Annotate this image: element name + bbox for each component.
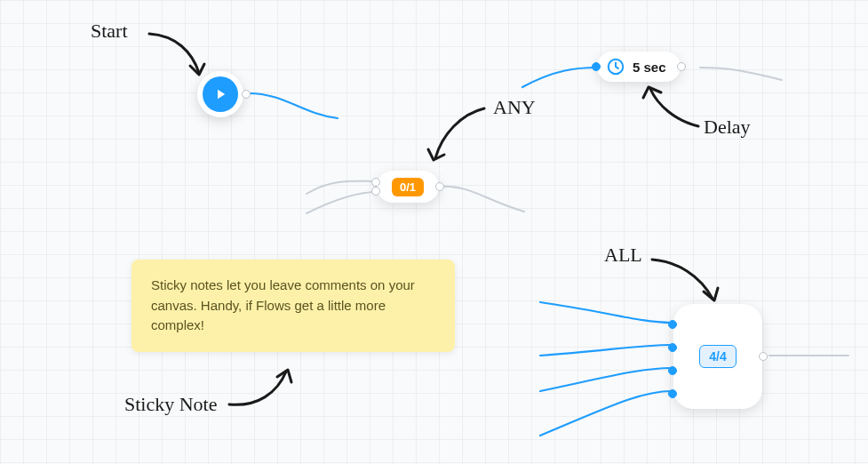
- any-label: ANY: [493, 96, 536, 119]
- all-gate-node[interactable]: 4/4: [673, 304, 762, 409]
- start-label: Start: [91, 20, 128, 43]
- delay-node[interactable]: 5 sec: [597, 52, 681, 82]
- any-gate-node[interactable]: 0/1: [377, 171, 439, 203]
- input-port[interactable]: [371, 187, 380, 196]
- input-port[interactable]: [668, 366, 677, 375]
- sticky-note-label: Sticky Note: [124, 393, 218, 416]
- clock-icon: [606, 57, 625, 76]
- input-port[interactable]: [371, 178, 380, 187]
- output-port[interactable]: [435, 182, 444, 191]
- output-port[interactable]: [242, 90, 251, 99]
- start-node[interactable]: [197, 71, 243, 117]
- gate-badge-all: 4/4: [699, 345, 736, 368]
- input-port[interactable]: [592, 62, 601, 71]
- delay-label: Delay: [704, 116, 751, 139]
- sticky-note[interactable]: Sticky notes let you leave comments on y…: [131, 260, 455, 352]
- delay-value: 5 sec: [633, 60, 666, 75]
- gate-badge-any: 0/1: [392, 178, 424, 196]
- output-port[interactable]: [677, 62, 686, 71]
- flow-canvas[interactable]: .wire-blue{stroke:#1e9dff;stroke-width:2…: [0, 0, 868, 464]
- all-label: ALL: [604, 244, 642, 267]
- input-port[interactable]: [668, 320, 677, 329]
- input-port[interactable]: [668, 389, 677, 398]
- output-port[interactable]: [759, 352, 768, 361]
- input-port[interactable]: [668, 343, 677, 352]
- play-icon: [203, 76, 238, 112]
- sticky-text: Sticky notes let you leave comments on y…: [151, 277, 415, 332]
